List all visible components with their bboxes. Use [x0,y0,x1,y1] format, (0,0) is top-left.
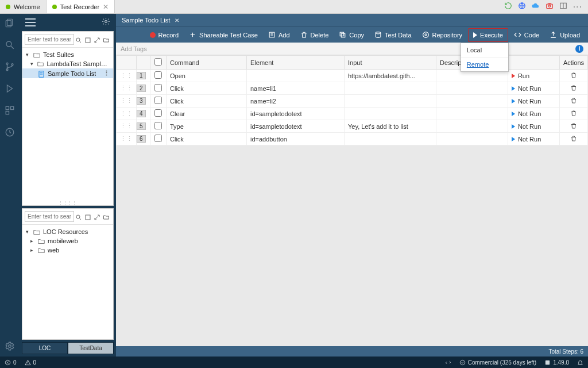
copy-button[interactable]: Copy [334,28,369,41]
execute-button[interactable]: Execute Local Remote [468,28,508,42]
drag-handle-icon[interactable]: ⋮⋮ [117,95,137,108]
search-icon[interactable] [75,36,83,44]
testdata-button[interactable]: Test Data [370,28,416,41]
row-checkbox[interactable] [154,135,162,142]
cell-element[interactable] [247,70,345,82]
cell-input[interactable] [345,95,436,108]
status-remote[interactable] [445,359,451,366]
folder-icon[interactable] [103,36,111,44]
row-checkbox[interactable] [154,109,162,117]
play-icon[interactable] [512,99,515,103]
status-warnings[interactable]: 0 [25,359,37,366]
tree-node-loc-resources[interactable]: ▾LOC Resources [22,227,113,236]
globe-icon[interactable] [518,2,526,12]
drag-handle-icon[interactable]: ⋮⋮ [117,120,137,133]
cell-input[interactable] [345,82,436,95]
drag-handle-icon[interactable]: ⋮⋮ [117,82,137,95]
hamburger-icon[interactable] [25,18,36,26]
cell-description[interactable] [436,133,508,145]
row-delete[interactable] [559,82,587,95]
delete-button[interactable]: Delete [296,28,334,41]
col-command[interactable]: Command [167,56,247,70]
cell-command[interactable]: Click [167,133,247,145]
search-icon[interactable] [4,39,16,51]
status-bell[interactable] [577,359,583,366]
extensions-icon[interactable] [4,105,16,116]
collapse-icon[interactable] [84,36,92,44]
table-row[interactable]: ⋮⋮2Clickname=li1Not Run [117,82,588,95]
resources-search-input[interactable] [25,211,74,222]
status-version[interactable]: 1.49.0 [544,359,569,366]
gear-icon[interactable] [102,17,110,28]
layout-icon[interactable] [559,2,567,12]
row-delete[interactable] [559,120,587,133]
row-checkbox[interactable] [154,84,162,91]
row-delete[interactable] [559,70,587,82]
cell-element[interactable]: id=addbutton [247,133,345,145]
expand-icon[interactable] [94,213,102,221]
play-icon[interactable] [512,112,515,116]
row-checkbox[interactable] [154,122,162,129]
search-icon[interactable] [75,213,83,221]
table-row[interactable]: ⋮⋮1Openhttps://lambdatest.gith...Run [117,70,588,82]
tab-test-recorder[interactable]: Test Recorder ✕ [47,0,115,13]
cloud-icon[interactable] [532,2,540,12]
collapse-icon[interactable] [84,213,92,221]
drag-handle-icon[interactable]: ⋮⋮ [117,108,137,120]
status-license[interactable]: Commercial (325 days left) [459,359,536,366]
add-button[interactable]: Add [264,28,295,41]
info-icon[interactable]: i [575,45,583,53]
run-icon[interactable] [4,83,16,94]
cell-description[interactable] [436,95,508,108]
tree-node-web[interactable]: ▸web [22,246,113,255]
table-row[interactable]: ⋮⋮3Clickname=li2Not Run [117,95,588,108]
tab-welcome[interactable]: Welcome [0,0,47,13]
refresh-icon[interactable] [504,2,512,12]
cell-command[interactable]: Click [167,95,247,108]
branch-icon[interactable] [4,61,16,72]
table-row[interactable]: ⋮⋮4Clearid=sampletodotextNot Run [117,108,588,120]
drag-handle-icon[interactable]: ⋮⋮ [117,133,137,145]
kebab-icon[interactable]: ⋮ [103,70,110,77]
play-icon[interactable] [512,124,515,129]
repository-button[interactable]: Repository [417,28,467,41]
folder-icon[interactable] [103,213,111,221]
select-all-checkbox[interactable] [154,58,162,66]
cell-element[interactable]: name=li1 [247,82,345,95]
history-icon[interactable] [4,126,16,138]
row-delete[interactable] [559,133,587,145]
files-icon[interactable] [4,17,16,29]
cell-description[interactable] [436,108,508,120]
cell-description[interactable] [436,120,508,133]
upload-button[interactable]: Upload [545,28,585,41]
row-checkbox[interactable] [154,97,162,104]
status-errors[interactable]: 0 [5,359,17,366]
cell-command[interactable]: Click [167,82,247,95]
row-checkbox[interactable] [154,71,162,79]
play-icon[interactable] [512,74,515,78]
code-button[interactable]: Code [509,28,544,41]
drag-handle-icon[interactable]: ⋮⋮ [117,70,137,82]
record-button[interactable]: Record [145,29,183,41]
cell-element[interactable]: name=li2 [247,95,345,108]
more-icon[interactable]: ··· [573,2,582,12]
cell-element[interactable]: id=sampletodotext [247,108,345,120]
expand-icon[interactable] [94,36,102,44]
row-delete[interactable] [559,95,587,108]
settings-icon[interactable] [4,340,16,352]
suites-search-input[interactable] [25,34,74,45]
cell-input[interactable]: https://lambdatest.gith... [345,70,436,82]
cell-command[interactable]: Open [167,70,247,82]
resize-gripper[interactable]: ⋮⋮⋮⋮ [22,201,113,205]
tree-node-sample-todo[interactable]: Sample Todo List⋮ [22,68,113,78]
dropdown-item-remote[interactable]: Remote [461,57,508,71]
cell-input[interactable]: Yey, Let's add it to list [345,120,436,133]
camera-icon[interactable] [546,2,554,12]
play-icon[interactable] [512,86,515,91]
sidetab-testdata[interactable]: TestData [68,342,114,354]
cell-element[interactable]: id=sampletodotext [247,120,345,133]
sidetab-loc[interactable]: LOC [22,342,68,354]
cell-input[interactable] [345,108,436,120]
cell-command[interactable]: Type [167,120,247,133]
col-input[interactable]: Input [345,56,436,70]
